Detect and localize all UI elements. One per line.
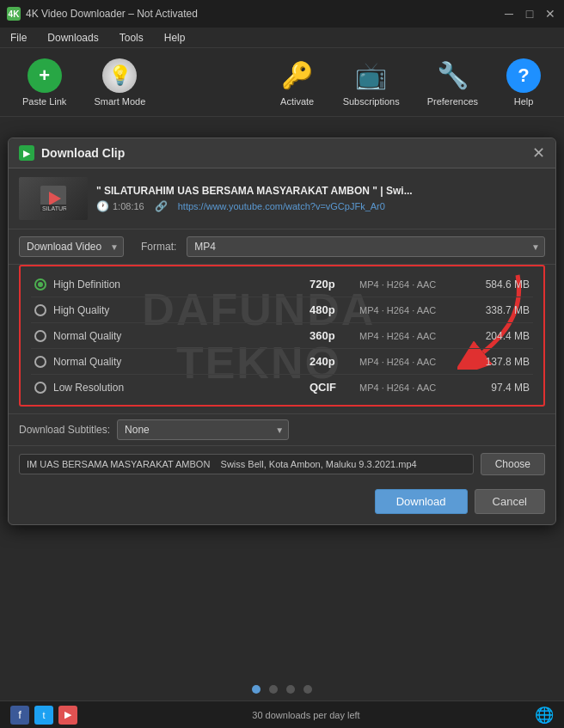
dialog-title-bar: ▶ Download Clip ✕: [9, 138, 555, 168]
menu-tools[interactable]: Tools: [114, 30, 149, 46]
smart-mode-icon: 💡: [102, 58, 137, 93]
social-icons: f t ▶: [10, 706, 77, 725]
menu-file[interactable]: File: [5, 30, 32, 46]
subtitles-select-wrap: None ▼: [117, 419, 289, 440]
subscriptions-label: Subscriptions: [343, 96, 400, 107]
smart-mode-button[interactable]: 💡 Smart Mode: [82, 53, 157, 112]
toolbar: + Paste Link 💡 Smart Mode 🔑 Activate 📺 S…: [0, 48, 564, 117]
quality-name-1: High Quality: [53, 304, 303, 316]
video-thumb-inner: SILATURAI...: [19, 177, 88, 220]
video-meta: 🕐 1:08:16 🔗 https://www.youtube.com/watc…: [96, 200, 545, 212]
video-thumbnail: SILATURAI...: [19, 177, 88, 220]
smart-mode-label: Smart Mode: [94, 96, 145, 107]
quality-res-1: 480p: [310, 303, 352, 316]
help-icon: ?: [506, 58, 541, 93]
filename-input[interactable]: [19, 454, 474, 474]
pagination-dot-2[interactable]: [286, 685, 295, 694]
filename-row: Choose: [9, 445, 555, 482]
quality-specs-3: MP4 · H264 · AAC: [359, 357, 471, 367]
quality-res-4: QCIF: [310, 381, 352, 394]
quality-name-0: High Definition: [53, 278, 303, 291]
quality-row-3[interactable]: Normal Quality 240p MP4 · H264 · AAC 137…: [31, 349, 533, 375]
menu-help[interactable]: Help: [159, 30, 191, 46]
app-title: 4K Video Downloader – Not Activated: [26, 8, 198, 20]
quality-size-3: 137.8 MB: [478, 356, 530, 368]
preferences-label: Preferences: [427, 96, 478, 107]
title-bar-controls: ─ □ ✕: [502, 7, 557, 21]
menu-downloads[interactable]: Downloads: [42, 30, 103, 46]
activate-icon: 🔑: [280, 58, 315, 93]
options-row: Download Video ▼ Format: MP4 ▼: [9, 229, 555, 265]
dialog-close-button[interactable]: ✕: [532, 145, 545, 161]
format-select-wrap: MP4 ▼: [187, 236, 545, 257]
format-select[interactable]: MP4: [187, 236, 545, 257]
quality-row-1[interactable]: High Quality 480p MP4 · H264 · AAC 338.7…: [31, 297, 533, 323]
preferences-button[interactable]: 🔧 Preferences: [415, 53, 490, 112]
duration-value: 1:08:16: [113, 201, 144, 211]
video-title: " SILATURAHIM UAS BERSAMA MASYARAKAT AMB…: [96, 185, 509, 197]
quality-specs-4: MP4 · H264 · AAC: [359, 382, 471, 393]
subscriptions-button[interactable]: 📺 Subscriptions: [331, 53, 412, 112]
quality-res-0: 720p: [310, 278, 352, 291]
quality-row-2[interactable]: Normal Quality 360p MP4 · H264 · AAC 204…: [31, 323, 533, 349]
subscriptions-icon: 📺: [354, 58, 389, 93]
action-row: Download Cancel: [9, 482, 555, 524]
quality-size-1: 338.7 MB: [478, 304, 530, 316]
download-type-select[interactable]: Download Video: [19, 236, 124, 257]
help-button[interactable]: ? Help: [494, 53, 554, 112]
app-icon: 4K: [7, 7, 21, 21]
dialog-overlay: ▶ Download Clip ✕ SILATURAI... " SILATUR…: [0, 138, 564, 525]
quality-size-4: 97.4 MB: [478, 382, 530, 394]
activate-button[interactable]: 🔑 Activate: [267, 53, 328, 112]
cancel-button[interactable]: Cancel: [475, 489, 545, 514]
quality-row-4[interactable]: Low Resolution QCIF MP4 · H264 · AAC 97.…: [31, 375, 533, 400]
dialog-title-text: Download Clip: [41, 146, 125, 160]
close-button[interactable]: ✕: [543, 7, 557, 21]
video-url-link[interactable]: https://www.youtube.com/watch?v=vGCpJFk_…: [178, 201, 385, 211]
quality-name-3: Normal Quality: [53, 356, 303, 368]
quality-radio-0[interactable]: [34, 278, 46, 291]
quality-radio-1[interactable]: [34, 304, 46, 316]
download-type-wrap: Download Video ▼: [19, 236, 124, 257]
bottom-area: f t ▶ 30 downloads per day left 🌐: [0, 676, 564, 728]
pagination-dot-0[interactable]: [252, 685, 261, 694]
choose-button[interactable]: Choose: [481, 453, 545, 475]
pagination-dots: [0, 676, 564, 700]
maximize-button[interactable]: □: [523, 7, 536, 21]
facebook-icon[interactable]: f: [10, 706, 29, 725]
quality-radio-3[interactable]: [34, 356, 46, 368]
dialog-title-icon: ▶: [19, 145, 34, 161]
quality-specs-2: MP4 · H264 · AAC: [359, 331, 471, 341]
quality-list-container: DAFUNDA TEKNO High Definition 720: [19, 265, 545, 407]
activate-label: Activate: [280, 96, 314, 107]
youtube-icon[interactable]: ▶: [58, 706, 77, 725]
video-info-row: SILATURAI... " SILATURAHIM UAS BERSAMA M…: [9, 168, 555, 229]
link-icon: 🔗: [155, 200, 168, 212]
download-clip-dialog: ▶ Download Clip ✕ SILATURAI... " SILATUR…: [8, 138, 556, 525]
pagination-dot-3[interactable]: [303, 685, 312, 694]
preferences-icon: 🔧: [435, 58, 469, 93]
status-bar: f t ▶ 30 downloads per day left 🌐: [0, 700, 564, 728]
pagination-dot-1[interactable]: [269, 685, 278, 694]
paste-link-icon: +: [28, 58, 62, 93]
minimize-button[interactable]: ─: [502, 7, 516, 21]
download-button[interactable]: Download: [375, 489, 468, 514]
globe-icon[interactable]: 🌐: [535, 706, 554, 725]
quality-radio-2[interactable]: [34, 330, 46, 342]
quality-specs-1: MP4 · H264 · AAC: [359, 305, 471, 315]
help-label: Help: [514, 96, 534, 107]
twitter-icon[interactable]: t: [34, 706, 53, 725]
paste-link-button[interactable]: + Paste Link: [10, 53, 78, 112]
subtitles-select[interactable]: None: [117, 419, 289, 440]
status-text: 30 downloads per day left: [252, 710, 359, 720]
quality-row-0[interactable]: High Definition 720p MP4 · H264 · AAC 58…: [31, 272, 533, 297]
dialog-title-left: ▶ Download Clip: [19, 145, 125, 161]
format-label: Format:: [141, 241, 176, 253]
quality-res-3: 240p: [310, 355, 352, 368]
video-duration: 🕐 1:08:16: [96, 200, 144, 212]
title-bar: 4K 4K Video Downloader – Not Activated ─…: [0, 0, 564, 28]
subtitles-label: Download Subtitles:: [19, 424, 110, 436]
quality-radio-4[interactable]: [34, 382, 46, 394]
subtitles-row: Download Subtitles: None ▼: [9, 413, 555, 445]
paste-link-label: Paste Link: [22, 96, 66, 107]
